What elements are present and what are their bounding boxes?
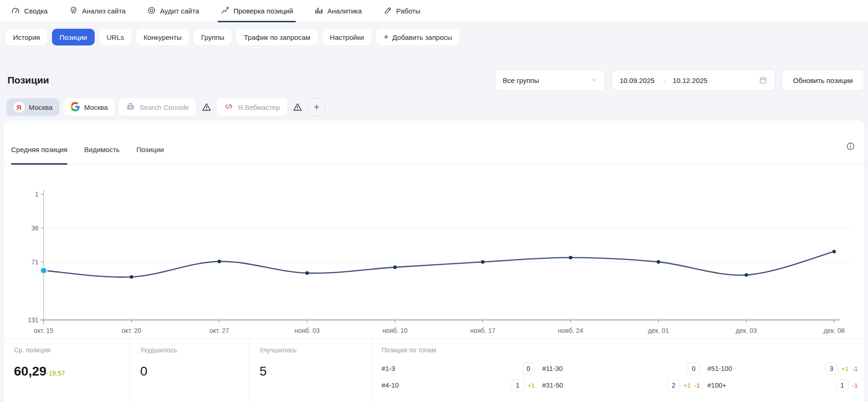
group-filter-value: Все группы bbox=[503, 77, 539, 84]
pill-label: URLs bbox=[107, 33, 124, 41]
positions-chart-card: Средняя позиция Видимость Позиции 136711… bbox=[4, 121, 864, 402]
positions-chart-icon bbox=[220, 6, 229, 16]
date-to-value: 10.12.2025 bbox=[673, 77, 707, 84]
nav-item-label: Проверка позиций bbox=[233, 7, 293, 15]
positions-line-chart[interactable]: 13671131окт. 15окт. 20окт. 27нояб. 03ноя… bbox=[4, 167, 864, 338]
pill-urls[interactable]: URLs bbox=[99, 29, 132, 45]
engine-chip-label: Я.Вебмастер bbox=[238, 103, 280, 111]
engine-chip-search-console[interactable]: Search Console bbox=[119, 98, 196, 116]
top-range-value: 0 bbox=[522, 363, 535, 375]
top-range-11-30: #11-30 0 bbox=[542, 361, 700, 376]
top-navigation: Сводка Анализ сайта Аудит сайта Проверка… bbox=[0, 0, 868, 22]
svg-text:1: 1 bbox=[35, 191, 39, 198]
svg-text:дек. 03: дек. 03 bbox=[736, 327, 757, 334]
add-queries-button[interactable]: + Добавить запросы bbox=[376, 29, 460, 45]
pill-label: Позиции bbox=[59, 33, 87, 41]
top-range-4-10: #4-10 1 +1 bbox=[382, 377, 535, 393]
yandex-webmaster-icon bbox=[224, 102, 233, 113]
pill-nastrojki[interactable]: Настройки bbox=[323, 29, 372, 45]
header-controls: Все группы 10.09.2025 → 10.12.2025 Обнов… bbox=[495, 70, 864, 91]
stat-label: Ср. позиция bbox=[14, 346, 130, 354]
nav-item-label: Работы bbox=[396, 7, 421, 15]
calendar-icon bbox=[759, 76, 767, 84]
engine-chip-label: Москва bbox=[29, 103, 52, 111]
nav-item-svodka[interactable]: Сводка bbox=[11, 0, 48, 22]
svg-text:нояб. 24: нояб. 24 bbox=[558, 327, 583, 334]
pill-label: Настройки bbox=[330, 33, 364, 41]
nav-item-proverka-pozicij[interactable]: Проверка позиций bbox=[220, 0, 293, 22]
top-range-delta-down: -1 bbox=[694, 382, 700, 389]
nav-item-analitika[interactable]: Аналитика bbox=[314, 0, 362, 22]
top-range-delta-up: +1 bbox=[842, 365, 849, 372]
nav-item-label: Сводка bbox=[24, 7, 48, 15]
page-header: Позиции Все группы 10.09.2025 → 10.12.20… bbox=[7, 70, 864, 91]
nav-item-analiz-sajta[interactable]: Анализ сайта bbox=[69, 0, 126, 22]
check-badge-icon bbox=[69, 6, 78, 16]
svg-text:нояб. 10: нояб. 10 bbox=[382, 327, 408, 334]
nav-item-label: Анализ сайта bbox=[82, 7, 126, 15]
engine-chip-label: Москва bbox=[84, 103, 108, 111]
audit-target-icon bbox=[147, 6, 156, 16]
warning-icon bbox=[292, 102, 303, 112]
svg-text:нояб. 17: нояб. 17 bbox=[470, 327, 496, 334]
nav-item-raboty[interactable]: Работы bbox=[383, 0, 421, 22]
sub-navigation-pills: История Позиции URLs Конкуренты Группы Т… bbox=[0, 22, 868, 45]
date-range-picker[interactable]: 10.09.2025 → 10.12.2025 bbox=[612, 70, 775, 91]
engine-chip-google-moskva[interactable]: Москва bbox=[64, 98, 115, 116]
chart-area[interactable]: 13671131окт. 15окт. 20окт. 27нояб. 03ноя… bbox=[4, 167, 864, 338]
google-icon bbox=[71, 102, 80, 113]
worse-value: 0 bbox=[140, 364, 148, 379]
engine-chip-yandex-moskva[interactable]: Я Москва bbox=[6, 98, 59, 116]
pill-gruppy[interactable]: Группы bbox=[194, 29, 232, 45]
top-range-label: #31-50 bbox=[542, 382, 563, 389]
pill-konkurenty[interactable]: Конкуренты bbox=[136, 29, 189, 45]
nav-item-audit-sajta[interactable]: Аудит сайта bbox=[147, 0, 199, 22]
pill-label: Группы bbox=[201, 33, 224, 41]
info-icon[interactable] bbox=[846, 142, 855, 151]
top-range-label: #100+ bbox=[707, 382, 726, 389]
pill-pozicii[interactable]: Позиции bbox=[52, 29, 95, 45]
tab-pozicii[interactable]: Позиции bbox=[136, 146, 164, 165]
date-from-value: 10.09.2025 bbox=[620, 77, 654, 84]
top-range-label: #1-3 bbox=[382, 365, 395, 372]
stat-label: Ухудшилось bbox=[140, 346, 249, 354]
update-positions-label: Обновить позиции bbox=[793, 77, 853, 84]
page-title: Позиции bbox=[7, 75, 49, 86]
stats-row: Ср. позиция 60,29-19.57 Ухудшилось 0 Улу… bbox=[4, 338, 864, 402]
pill-label: Трафик по запросам bbox=[244, 33, 310, 41]
group-filter-select[interactable]: Все группы bbox=[495, 70, 605, 91]
top-range-delta-up: +1 bbox=[684, 382, 691, 389]
engine-chip-yandex-webmaster[interactable]: Я.Вебмастер bbox=[217, 98, 287, 116]
add-search-engine-button[interactable]: + bbox=[308, 98, 325, 116]
top-range-label: #4-10 bbox=[382, 382, 399, 389]
search-console-icon bbox=[126, 102, 135, 113]
svg-text:36: 36 bbox=[31, 224, 39, 232]
plus-icon: + bbox=[383, 32, 389, 42]
top-range-value: 2 bbox=[667, 379, 680, 391]
tops-grid: #1-3 0 #4-10 1 +1 #11-30 0 #31-50 2 +1 -… bbox=[382, 361, 858, 393]
svg-text:131: 131 bbox=[28, 316, 39, 324]
top-range-delta-down: -1 bbox=[852, 365, 858, 372]
top-range-value: 3 bbox=[825, 363, 838, 375]
pill-label: История bbox=[13, 33, 40, 41]
nav-item-label: Аудит сайта bbox=[160, 7, 199, 15]
stat-positions-by-tops: Позиции по топам #1-3 0 #4-10 1 +1 #11-3… bbox=[372, 339, 864, 402]
tab-vidimost[interactable]: Видимость bbox=[84, 146, 119, 165]
engine-chip-label: Search Console bbox=[139, 103, 189, 111]
top-range-100plus: #100+ 1 -1 bbox=[707, 377, 858, 393]
tab-srednyaya-poziciya[interactable]: Средняя позиция bbox=[11, 146, 67, 165]
chart-tabs: Средняя позиция Видимость Позиции bbox=[4, 121, 864, 165]
top-range-label: #11-30 bbox=[542, 365, 563, 372]
pill-istoriya[interactable]: История bbox=[6, 29, 47, 45]
pill-trafik-po-zaprosam[interactable]: Трафик по запросам bbox=[236, 29, 317, 45]
svg-text:окт. 20: окт. 20 bbox=[122, 327, 141, 334]
top-range-31-50: #31-50 2 +1 -1 bbox=[542, 377, 700, 393]
top-range-value: 1 bbox=[836, 379, 849, 391]
works-pen-icon bbox=[383, 6, 392, 16]
tops-label: Позиции по топам bbox=[382, 346, 858, 354]
update-positions-button[interactable]: Обновить позиции bbox=[782, 70, 864, 91]
bar-chart-icon bbox=[314, 6, 323, 16]
nav-item-label: Аналитика bbox=[327, 7, 362, 15]
chevron-down-icon bbox=[591, 77, 597, 84]
stat-label: Улучшилось bbox=[259, 346, 372, 354]
